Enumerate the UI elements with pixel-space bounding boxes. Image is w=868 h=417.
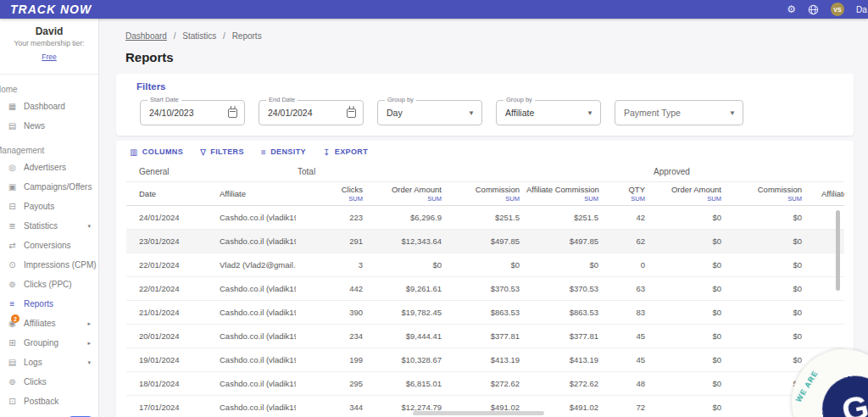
reports-table-card: ▥COLUMNS∇FILTERS≡DENSITY↧EXPORT GeneralT… [116, 141, 854, 417]
filters-title: Filters [136, 81, 843, 92]
column-header-qty[interactable]: QTYSUM [605, 181, 652, 205]
sidebar-item-label: Postback [24, 397, 58, 406]
table-row[interactable]: 20/01/2024Cashdo.co.il (vladik198…234$9,… [126, 324, 844, 348]
group-by-field[interactable]: Group byAffiliate▼ [496, 100, 601, 125]
column-header-affiliate[interactable]: Affiliate [207, 181, 296, 205]
cell: $0 [728, 205, 809, 229]
sidebar-item-logs[interactable]: ▤Logs▾ [0, 353, 98, 372]
sidebar-item-audit[interactable]: ▣AuditBETA [0, 411, 98, 417]
sidebar-item-reports[interactable]: ≡Reports [0, 294, 98, 314]
cell [809, 324, 844, 348]
payment-type-field[interactable]: Payment Type▼ [615, 100, 743, 125]
table-row[interactable]: 22/01/2024Vlad2 (Vlad2@gmail.co…3$0$0$00… [126, 253, 844, 276]
group-header-row: GeneralTotalApproved [126, 163, 844, 181]
sidebar-item-campaigns-offers[interactable]: ▣Campaigns/Offers [0, 177, 98, 197]
sidebar-item-grouping[interactable]: ⊞Grouping▸ [0, 333, 98, 353]
column-header-commission[interactable]: CommissionSUM [448, 181, 526, 205]
notification-badge: 2 [11, 314, 19, 323]
chevron-right-icon: ▸ [87, 340, 98, 347]
column-header-order-amount[interactable]: Order AmountSUM [652, 181, 728, 205]
language-globe-icon[interactable] [808, 4, 819, 15]
cell: $0 [652, 205, 728, 229]
cell: $863.53 [526, 300, 605, 324]
cell: 234 [296, 324, 370, 348]
vertical-scrollbar[interactable] [836, 210, 840, 291]
sidebar-item-label: Statistics [24, 221, 58, 231]
group-by-field[interactable]: Group byDay▼ [377, 100, 482, 125]
horizontal-scrollbar[interactable] [413, 411, 544, 415]
cell: $377.81 [448, 324, 526, 348]
export-button[interactable]: ↧EXPORT [323, 147, 368, 157]
cell: $251.5 [448, 205, 526, 229]
sidebar-item-news[interactable]: ▤News [0, 116, 98, 136]
cell: $0 [652, 324, 728, 348]
cell: 45 [605, 348, 652, 371]
sidebar-item-label: Campaigns/Offers [24, 182, 92, 192]
table-row[interactable]: 21/01/2024Cashdo.co.il (vladik198…390$19… [126, 300, 844, 324]
table-row[interactable]: 24/01/2024Cashdo.co.il (vladik198…223$6,… [126, 205, 844, 229]
sidebar-item-postback[interactable]: ⊡Postback [0, 392, 98, 411]
table-row[interactable]: 22/01/2024Cashdo.co.il (vladik198…442$9,… [126, 276, 844, 300]
chevron-down-icon: ▾ [87, 359, 98, 366]
sidebar-item-payouts[interactable]: ⊟Payouts [0, 197, 98, 216]
column-label: Affiliate Commission [526, 185, 598, 194]
table-row[interactable]: 23/01/2024Cashdo.co.il (vladik198…291$12… [126, 229, 844, 253]
column-label: Order Amount [652, 185, 721, 194]
field-floating-label: Start Date [147, 96, 181, 103]
sidebar-item-label: Dashboard [24, 102, 65, 111]
calendar-icon[interactable] [228, 108, 237, 118]
cell: 22/01/2024 [126, 276, 207, 300]
cell: 72 [605, 395, 652, 417]
column-header-affiliate[interactable]: Affiliate [809, 181, 844, 205]
column-header-affiliate-commission[interactable]: Affiliate CommissionSUM [526, 181, 605, 205]
start-date-field[interactable]: Start Date24/10/2023 [140, 100, 245, 125]
column-header-commission[interactable]: CommissionSUM [728, 181, 809, 205]
cell: 19/01/2024 [126, 348, 207, 371]
topbar-actions: ⚙ VS Da [787, 3, 868, 16]
cell: $497.85 [448, 229, 526, 253]
sidebar-item-advertisers[interactable]: ◎Advertisers [0, 158, 98, 177]
breadcrumb-statistics[interactable]: Statistics [182, 31, 216, 41]
column-header-date[interactable]: Date [126, 181, 207, 205]
grouping-icon: ⊞ [7, 338, 18, 348]
cell: $6,815.01 [370, 371, 448, 395]
grid-wrap: GeneralTotalApproved DateAffiliateClicks… [126, 163, 844, 417]
sidebar-item-affiliates[interactable]: ◉Affiliates2▸ [0, 314, 98, 333]
filters-button[interactable]: ∇FILTERS [200, 147, 244, 157]
cell: $0 [652, 276, 728, 300]
column-header-order-amount[interactable]: Order AmountSUM [370, 181, 448, 205]
sidebar-item-conversions[interactable]: ⇄Conversions [0, 236, 98, 255]
breadcrumb-dashboard[interactable]: Dashboard [125, 31, 167, 41]
chevron-down-icon[interactable]: ▼ [587, 109, 593, 117]
export-icon: ↧ [323, 147, 331, 157]
sidebar-item-impressions-cpm-[interactable]: ⊙Impressions (CPM) [0, 255, 98, 275]
column-header-clicks[interactable]: ClicksSUM [296, 181, 370, 205]
density-button[interactable]: ≡DENSITY [261, 147, 306, 157]
cell [809, 300, 844, 324]
chevron-down-icon[interactable]: ▼ [468, 109, 475, 117]
membership-tier-link[interactable]: Free [42, 53, 56, 61]
settings-gear-icon[interactable]: ⚙ [787, 4, 796, 14]
cell: $370.53 [448, 276, 526, 300]
sidebar-user-block: David Your membership tier: Free [0, 19, 98, 69]
sidebar-item-clicks[interactable]: ⊚Clicks [0, 372, 98, 392]
cell: $0 [728, 276, 809, 300]
sidebar-item-clicks-ppc-[interactable]: ⊚Clicks (PPC) [0, 275, 98, 294]
calendar-icon[interactable] [347, 108, 356, 118]
end-date-field[interactable]: End Date24/01/2024 [259, 100, 364, 125]
cell: 63 [605, 276, 652, 300]
chevron-down-icon[interactable]: ▼ [729, 109, 736, 117]
user-avatar[interactable]: VS [831, 3, 844, 16]
topbar-username[interactable]: Da [856, 5, 868, 14]
cell: $0 [652, 253, 728, 276]
cell: Vlad2 (Vlad2@gmail.co… [207, 253, 296, 276]
sidebar-item-dashboard[interactable]: ▦Dashboard [0, 97, 98, 116]
brand-logo[interactable]: TRACK NOW [0, 3, 92, 16]
cell: $0 [728, 300, 809, 324]
cell: 20/01/2024 [126, 324, 207, 348]
columns-button[interactable]: ▥COLUMNS [130, 147, 183, 157]
sidebar-item-statistics[interactable]: ≣Statistics▾ [0, 216, 98, 236]
sidebar-section-label: Management [0, 136, 98, 158]
table-row[interactable]: 18/01/2024Cashdo.co.il (vladik198…295$6,… [126, 371, 844, 395]
table-row[interactable]: 19/01/2024Cashdo.co.il (vladik198…199$10… [126, 348, 844, 371]
